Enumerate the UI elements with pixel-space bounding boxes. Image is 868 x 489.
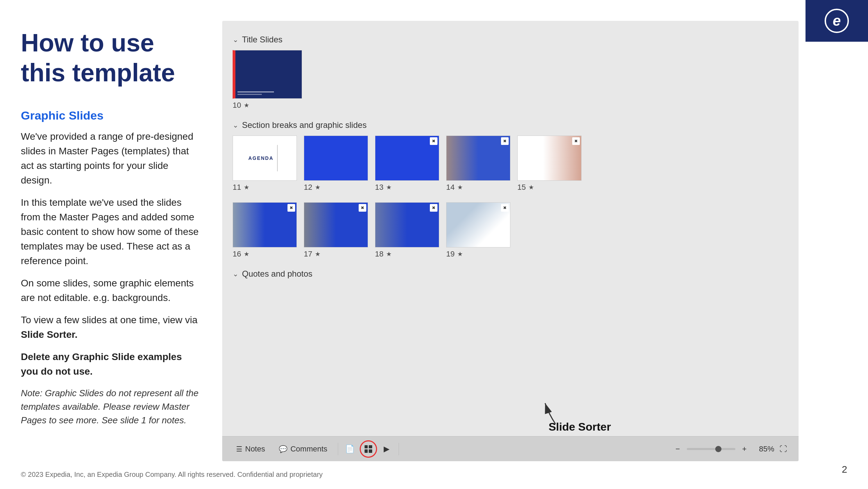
slide-thumb-12[interactable] bbox=[304, 136, 368, 181]
graphic-slides-heading: Graphic Slides bbox=[21, 109, 201, 122]
zoom-slider[interactable] bbox=[687, 448, 735, 450]
footer-text: © 2023 Expedia, Inc, an Expedia Group Co… bbox=[21, 471, 323, 479]
chevron-down-icon-2: ⌄ bbox=[233, 121, 239, 129]
slide-15-number-row: 15 ★ bbox=[517, 183, 534, 192]
document-icon: 📄 bbox=[345, 445, 354, 454]
logo-corner: e bbox=[806, 0, 868, 42]
slide-15-star: ★ bbox=[528, 184, 534, 191]
slide-19-star: ★ bbox=[457, 250, 463, 258]
comments-icon: 💬 bbox=[279, 445, 287, 453]
plus-icon: + bbox=[742, 445, 747, 454]
slide-18-badge: ✖ bbox=[430, 204, 437, 212]
slide-18-star: ★ bbox=[386, 250, 392, 258]
slide-sorter-btn-wrapper bbox=[360, 440, 377, 458]
slide-18-number-row: 18 ★ bbox=[375, 250, 392, 259]
slides-area[interactable]: ⌄ Title Slides 10 ★ bbox=[222, 21, 799, 436]
slide-item-13: ✖ 13 ★ bbox=[375, 136, 439, 192]
slide-16-star: ★ bbox=[244, 250, 249, 258]
slide-15-badge: ✖ bbox=[572, 137, 580, 145]
slide-15-number: 15 bbox=[517, 183, 526, 192]
slide-item-18: ✖ 18 ★ bbox=[375, 202, 439, 259]
fit-page-button[interactable]: ⛶ bbox=[776, 442, 790, 456]
slide-13-badge: ✖ bbox=[430, 137, 437, 145]
slide-thumb-16[interactable]: ✖ bbox=[233, 202, 297, 247]
comments-label: Comments bbox=[290, 445, 327, 454]
section-quotes-text: Quotes and photos bbox=[242, 269, 312, 279]
main-content: How to use this template Graphic Slides … bbox=[21, 21, 799, 461]
slide-13-star: ★ bbox=[386, 184, 392, 191]
slide-item-14: ✖ 14 ★ bbox=[446, 136, 510, 192]
left-panel: How to use this template Graphic Slides … bbox=[21, 21, 201, 461]
para-2: In this template we've used the slides f… bbox=[21, 195, 201, 268]
slide-16-number: 16 bbox=[233, 250, 241, 259]
slide-18-number: 18 bbox=[375, 250, 383, 259]
slide-12-number: 12 bbox=[304, 183, 312, 192]
grid-icon bbox=[365, 445, 372, 453]
slide-17-badge: ✖ bbox=[359, 204, 366, 212]
section-breaks-label: ⌄ Section breaks and graphic slides bbox=[233, 120, 788, 130]
slide-thumb-13[interactable]: ✖ bbox=[375, 136, 439, 181]
minus-icon: − bbox=[676, 445, 680, 454]
slide-item-16: ✖ 16 ★ bbox=[233, 202, 297, 259]
slide-thumb-14[interactable]: ✖ bbox=[446, 136, 510, 181]
zoom-area: − + 85% ⛶ bbox=[671, 442, 790, 456]
slide-item-12: 12 ★ bbox=[304, 136, 368, 192]
presenter-icon: ▶ bbox=[384, 445, 390, 454]
slide-item-11: AGENDA 11 ★ bbox=[233, 136, 297, 192]
bottom-toolbar: ☰ Notes 💬 Comments 📄 bbox=[222, 436, 799, 461]
zoom-out-button[interactable]: − bbox=[671, 442, 685, 456]
slide-10-number-row: 10 ★ bbox=[233, 101, 249, 110]
slide-thumb-18[interactable]: ✖ bbox=[375, 202, 439, 247]
slide-thumb-11[interactable]: AGENDA bbox=[233, 136, 297, 181]
document-view-button[interactable]: 📄 bbox=[343, 442, 357, 456]
agenda-text: AGENDA bbox=[248, 155, 274, 161]
annotation-wrapper: Slide Sorter bbox=[549, 421, 611, 433]
slide-10-number: 10 bbox=[233, 101, 241, 110]
slide-thumb-17[interactable]: ✖ bbox=[304, 202, 368, 247]
para-note: Note: Graphic Slides do not represent al… bbox=[21, 386, 201, 427]
slide-10-line1 bbox=[237, 91, 274, 92]
notes-button[interactable]: ☰ Notes bbox=[231, 442, 270, 456]
slide-14-number-row: 14 ★ bbox=[446, 183, 463, 192]
grid-cell-2 bbox=[369, 445, 372, 449]
zoom-slider-thumb bbox=[715, 446, 721, 452]
slide-thumb-10[interactable] bbox=[233, 50, 302, 99]
expedia-logo: e bbox=[825, 9, 849, 33]
section-breaks-row1: AGENDA 11 ★ 12 ★ bbox=[233, 136, 788, 192]
para-4: To view a few slides at one time, view v… bbox=[21, 313, 201, 342]
slide-12-number-row: 12 ★ bbox=[304, 183, 320, 192]
slide-11-number: 11 bbox=[233, 183, 241, 192]
slide-sorter-button[interactable] bbox=[360, 440, 377, 458]
slide-14-badge: ✖ bbox=[501, 137, 509, 145]
presenter-view-button[interactable]: ▶ bbox=[380, 442, 394, 456]
section-quotes-label: ⌄ Quotes and photos bbox=[233, 269, 788, 279]
slide-17-number: 17 bbox=[304, 250, 312, 259]
slide-11-star: ★ bbox=[244, 184, 249, 191]
section-title-slides-label: Title Slides bbox=[242, 35, 282, 44]
slide-17-number-row: 17 ★ bbox=[304, 250, 320, 259]
page-number: 2 bbox=[842, 464, 847, 475]
toolbar-divider-2 bbox=[399, 443, 399, 455]
slide-thumb-15[interactable]: ✖ bbox=[517, 136, 582, 181]
slide-13-number-row: 13 ★ bbox=[375, 183, 392, 192]
para-1: We've provided a range of pre-designed s… bbox=[21, 129, 201, 188]
slide-19-number-row: 19 ★ bbox=[446, 250, 463, 259]
agenda-divider bbox=[277, 145, 278, 172]
para-3: On some slides, some graphic elements ar… bbox=[21, 276, 201, 305]
slide-16-number-row: 16 ★ bbox=[233, 250, 249, 259]
toolbar-divider-1 bbox=[338, 443, 338, 455]
slide-thumb-19[interactable]: ✖ bbox=[446, 202, 510, 247]
slide-10-inner bbox=[234, 50, 302, 98]
slide-12-star: ★ bbox=[315, 184, 320, 191]
slide-item-10: 10 ★ bbox=[233, 50, 302, 110]
slide-14-number: 14 bbox=[446, 183, 454, 192]
section-breaks-row2: ✖ 16 ★ ✖ 17 ★ bbox=[233, 202, 788, 259]
slide-11-inner: AGENDA bbox=[233, 136, 297, 180]
zoom-in-button[interactable]: + bbox=[737, 442, 751, 456]
slide-19-badge: ✖ bbox=[501, 204, 509, 212]
comments-button[interactable]: 💬 Comments bbox=[273, 442, 333, 456]
slide-item-17: ✖ 17 ★ bbox=[304, 202, 368, 259]
zoom-percent-label: 85% bbox=[753, 445, 774, 454]
page-title: How to use this template bbox=[21, 28, 201, 88]
slide-sorter-annotation-label: Slide Sorter bbox=[549, 421, 611, 433]
